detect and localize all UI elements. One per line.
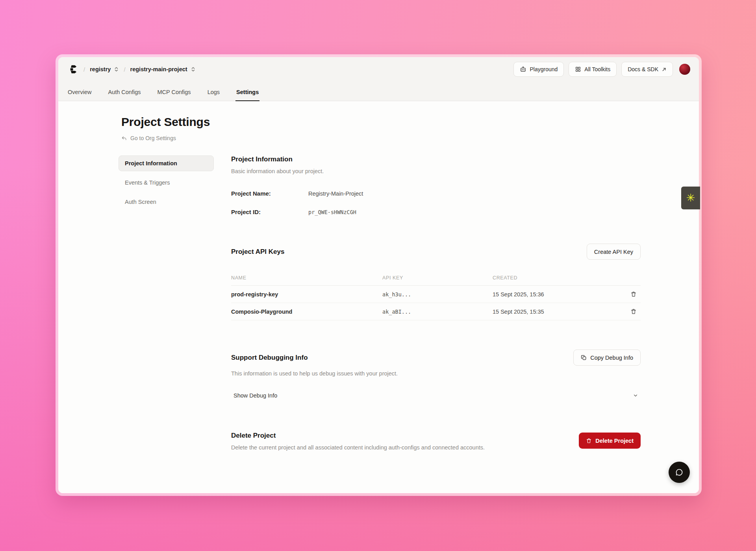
delete-project-description: Delete the current project and all assoc… — [231, 444, 485, 451]
user-avatar[interactable] — [679, 64, 690, 75]
api-keys-header: Project API Keys Create API Key — [231, 244, 641, 260]
delete-project-section: Delete Project Delete the current projec… — [231, 432, 641, 451]
debug-info-title: Support Debugging Info — [231, 354, 308, 362]
api-key-value: ak_h3u... — [382, 291, 493, 298]
app-window: / registry / registry-main-project — [56, 54, 702, 496]
delete-project-text: Delete Project Delete the current projec… — [231, 432, 485, 451]
trash-icon — [630, 308, 637, 315]
api-keys-title: Project API Keys — [231, 248, 284, 256]
page-title: Project Settings — [121, 115, 699, 129]
settings-layout: Project Information Events & Triggers Au… — [119, 155, 699, 451]
project-name-label: Project Name: — [231, 190, 308, 197]
breadcrumb-project-select[interactable]: registry-main-project — [130, 66, 196, 72]
breadcrumb-project-label: registry-main-project — [130, 66, 187, 72]
create-api-key-button[interactable]: Create API Key — [587, 244, 641, 260]
project-information-section: Project Information Basic information ab… — [231, 155, 641, 215]
delete-project-title: Delete Project — [231, 432, 485, 440]
show-debug-info-label: Show Debug Info — [233, 392, 277, 399]
header-row: / registry / registry-main-project — [58, 57, 699, 81]
settings-content: Project Settings Go to Org Settings Proj… — [58, 101, 699, 493]
sidebar-item-project-information[interactable]: Project Information — [119, 155, 214, 171]
debug-info-description: This information is used to help us debu… — [231, 370, 641, 377]
api-keys-table: NAME API KEY CREATED prod-registry-key a… — [231, 270, 641, 320]
table-row: Composio-Playground ak_aBI... 15 Sept 20… — [231, 303, 641, 320]
breadcrumb-org-label: registry — [90, 66, 111, 72]
sidebar-item-auth-screen[interactable]: Auth Screen — [119, 194, 214, 210]
api-keys-section: Project API Keys Create API Key NAME API… — [231, 244, 641, 320]
chevron-updown-icon — [114, 67, 119, 72]
tab-logs[interactable]: Logs — [207, 89, 220, 101]
project-info-rows: Project Name: Registry-Main-Project Proj… — [231, 190, 641, 215]
debug-info-section: Support Debugging Info Copy Debug Info — [231, 349, 641, 403]
project-information-description: Basic information about your project. — [231, 168, 641, 174]
delete-project-row: Delete Project Delete the current projec… — [231, 432, 641, 451]
debug-info-header: Support Debugging Info Copy Debug Info — [231, 349, 641, 366]
show-debug-info-toggle[interactable]: Show Debug Info — [231, 388, 641, 403]
trash-icon — [630, 291, 637, 298]
settings-main: Project Information Basic information ab… — [231, 155, 641, 451]
playground-bot-icon — [520, 66, 526, 73]
copy-debug-info-button[interactable]: Copy Debug Info — [573, 349, 641, 366]
project-tabs: Overview Auth Configs MCP Configs Logs S… — [58, 81, 699, 101]
project-name-row: Project Name: Registry-Main-Project — [231, 190, 641, 197]
feedback-widget-tab[interactable]: ✳ — [681, 187, 700, 209]
trash-icon — [586, 438, 592, 444]
project-id-label: Project ID: — [231, 209, 308, 215]
app-card: / registry / registry-main-project — [58, 57, 699, 493]
api-key-name: prod-registry-key — [231, 291, 382, 298]
api-key-name: Composio-Playground — [231, 309, 382, 315]
api-keys-table-header: NAME API KEY CREATED — [231, 270, 641, 286]
delete-project-button[interactable]: Delete Project — [579, 433, 641, 449]
playground-button[interactable]: Playground — [513, 62, 564, 77]
project-name-value: Registry-Main-Project — [308, 190, 363, 197]
breadcrumb-separator: / — [83, 66, 85, 73]
settings-nav: Project Information Events & Triggers Au… — [119, 155, 214, 451]
external-link-icon — [662, 67, 667, 72]
project-id-row: Project ID: pr_QWE-sHWNzCGH — [231, 209, 641, 215]
column-api-key: API KEY — [382, 275, 493, 281]
sidebar-item-events-triggers[interactable]: Events & Triggers — [119, 175, 214, 190]
delete-project-button-label: Delete Project — [595, 438, 634, 444]
api-key-created: 15 Sept 2025, 15:36 — [493, 291, 617, 298]
breadcrumb-separator: / — [124, 66, 125, 73]
chat-widget-button[interactable] — [669, 462, 690, 483]
app-header: / registry / registry-main-project — [58, 57, 699, 101]
all-toolkits-button[interactable]: All Toolkits — [569, 62, 617, 77]
all-toolkits-button-label: All Toolkits — [584, 66, 610, 72]
breadcrumb-org-select[interactable]: registry — [90, 66, 119, 72]
chevron-down-icon — [633, 393, 638, 398]
copy-icon — [581, 355, 587, 361]
chevron-updown-icon — [191, 67, 196, 72]
delete-api-key-button[interactable] — [629, 289, 638, 299]
column-created: CREATED — [493, 275, 617, 281]
composio-logo-icon[interactable] — [67, 63, 79, 75]
delete-api-key-button[interactable] — [629, 307, 638, 316]
project-id-value: pr_QWE-sHWNzCGH — [308, 209, 356, 215]
go-to-org-settings-link[interactable]: Go to Org Settings — [121, 135, 176, 141]
grid-icon — [575, 66, 581, 72]
table-row: prod-registry-key ak_h3u... 15 Sept 2025… — [231, 286, 641, 303]
tab-overview[interactable]: Overview — [67, 89, 92, 101]
go-to-org-settings-label: Go to Org Settings — [130, 135, 176, 141]
api-key-value: ak_aBI... — [382, 309, 493, 315]
docs-sdk-button[interactable]: Docs & SDK — [621, 62, 673, 77]
api-key-created: 15 Sept 2025, 15:35 — [493, 309, 617, 315]
asterisk-icon: ✳ — [686, 193, 695, 203]
playground-button-label: Playground — [530, 66, 558, 72]
docs-sdk-button-label: Docs & SDK — [628, 66, 658, 72]
column-name: NAME — [231, 275, 382, 281]
speech-bubble-icon — [674, 468, 684, 477]
copy-debug-info-label: Copy Debug Info — [590, 355, 633, 361]
tab-settings[interactable]: Settings — [235, 89, 259, 101]
tab-auth-configs[interactable]: Auth Configs — [107, 89, 141, 101]
project-information-title: Project Information — [231, 155, 641, 163]
tab-mcp-configs[interactable]: MCP Configs — [156, 89, 191, 101]
return-arrow-icon — [121, 135, 127, 141]
